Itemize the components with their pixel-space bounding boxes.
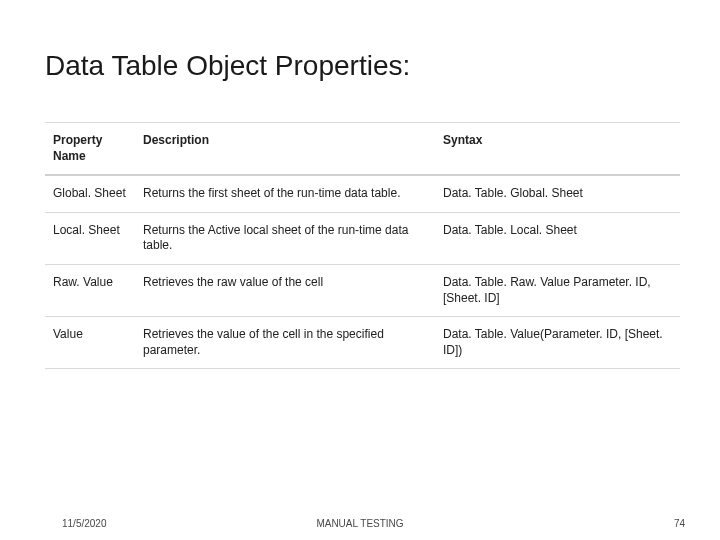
slide-title: Data Table Object Properties: xyxy=(45,50,680,82)
cell-property-name: Local. Sheet xyxy=(45,212,135,264)
properties-table: Property Name Description Syntax Global.… xyxy=(45,122,680,369)
cell-syntax: Data. Table. Local. Sheet xyxy=(435,212,680,264)
table-row: Global. Sheet Returns the first sheet of… xyxy=(45,175,680,212)
cell-description: Returns the first sheet of the run-time … xyxy=(135,175,435,212)
header-description: Description xyxy=(135,123,435,176)
cell-description: Returns the Active local sheet of the ru… xyxy=(135,212,435,264)
header-property-name: Property Name xyxy=(45,123,135,176)
cell-syntax: Data. Table. Value(Parameter. ID, [Sheet… xyxy=(435,317,680,369)
cell-property-name: Value xyxy=(45,317,135,369)
header-syntax: Syntax xyxy=(435,123,680,176)
table-row: Raw. Value Retrieves the raw value of th… xyxy=(45,264,680,316)
cell-description: Retrieves the value of the cell in the s… xyxy=(135,317,435,369)
cell-property-name: Raw. Value xyxy=(45,264,135,316)
cell-syntax: Data. Table. Raw. Value Parameter. ID, [… xyxy=(435,264,680,316)
table-header-row: Property Name Description Syntax xyxy=(45,123,680,176)
table-row: Value Retrieves the value of the cell in… xyxy=(45,317,680,369)
footer-label: MANUAL TESTING xyxy=(0,518,720,529)
cell-property-name: Global. Sheet xyxy=(45,175,135,212)
table-row: Local. Sheet Returns the Active local sh… xyxy=(45,212,680,264)
slide: Data Table Object Properties: Property N… xyxy=(0,0,720,540)
footer-page-number: 74 xyxy=(674,518,685,529)
cell-syntax: Data. Table. Global. Sheet xyxy=(435,175,680,212)
cell-description: Retrieves the raw value of the cell xyxy=(135,264,435,316)
